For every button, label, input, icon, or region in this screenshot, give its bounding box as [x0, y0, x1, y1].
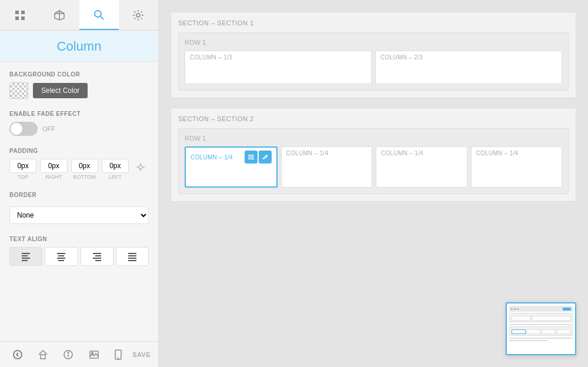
section2-col-2[interactable]: COLUMN – 1/4 [281, 146, 373, 188]
svg-point-10 [139, 165, 142, 169]
mini-dot-1 [511, 308, 513, 310]
text-align-label: TEXT ALIGN [9, 236, 149, 242]
mobile-button[interactable] [109, 347, 127, 362]
col-edit-button[interactable] [259, 151, 272, 164]
toggle-off-label: OFF [42, 125, 55, 132]
text-align-section: TEXT ALIGN [9, 236, 149, 266]
mini-save-btn [563, 308, 571, 311]
nav-search-button[interactable] [79, 0, 119, 30]
mini-col-1 [512, 316, 531, 321]
sidebar: Column BACKGROUND COLOR Select Color ENA… [0, 0, 159, 367]
section-1-row-1-header: ROW 1 [185, 39, 562, 46]
section2-col-4[interactable]: COLUMN – 1/4 [471, 146, 563, 188]
toggle-knob [11, 123, 22, 135]
section2-col-2-label: COLUMN – 1/4 [282, 147, 372, 159]
mini-preview [506, 302, 576, 355]
svg-rect-17 [57, 258, 65, 259]
bg-color-row: Select Color [9, 82, 149, 99]
align-justify-button[interactable] [116, 247, 149, 266]
padding-bottom-label: BOTTOM [73, 174, 95, 180]
section1-col-1-body [185, 64, 371, 84]
border-select[interactable]: None Solid Dashed Dotted [9, 206, 149, 224]
top-nav [0, 0, 158, 31]
main-content: SECTION – SECTION 1 ROW 1 COLUMN – 1/3 C… [159, 0, 588, 367]
nav-gear-button[interactable] [119, 0, 158, 30]
svg-rect-0 [15, 11, 19, 14]
padding-right-label: RIGHT [45, 174, 62, 180]
padding-left-input[interactable] [102, 159, 129, 173]
section2-col-3-label: COLUMN – 1/4 [376, 147, 467, 159]
padding-top-label: TOP [18, 174, 28, 180]
svg-point-7 [95, 11, 101, 17]
svg-rect-21 [93, 258, 101, 259]
svg-rect-23 [128, 253, 136, 254]
svg-rect-18 [58, 260, 64, 261]
padding-bottom-input[interactable] [71, 159, 98, 173]
section2-col-3-body [376, 159, 467, 179]
align-right-button[interactable] [81, 247, 113, 266]
svg-rect-12 [22, 255, 28, 256]
mini-section-1 [509, 313, 573, 322]
section1-col-2-label: COLUMN – 2/3 [376, 51, 562, 64]
svg-point-33 [91, 352, 92, 353]
save-button[interactable]: SAVE [132, 351, 151, 358]
svg-rect-16 [58, 255, 64, 256]
svg-point-9 [136, 14, 140, 17]
home-button[interactable] [33, 347, 53, 362]
svg-rect-2 [15, 16, 19, 20]
svg-rect-25 [128, 258, 136, 259]
section-2-row-1: ROW 1 COLUMN – 1/4 [178, 128, 569, 194]
padding-right-input[interactable] [40, 159, 67, 173]
padding-label: PADDING [9, 148, 149, 154]
section1-col-1-label: COLUMN – 1/3 [185, 51, 371, 64]
svg-rect-22 [95, 260, 101, 261]
section2-col-1[interactable]: COLUMN – 1/4 [185, 146, 278, 188]
svg-line-8 [101, 16, 103, 19]
select-color-button[interactable]: Select Color [33, 83, 88, 98]
back-button[interactable] [8, 347, 28, 362]
svg-rect-28 [41, 355, 45, 359]
padding-top-field: TOP [9, 159, 36, 180]
mini-header-bar [509, 306, 573, 312]
nav-grid-button[interactable] [0, 0, 39, 30]
mini-dot-3 [517, 308, 519, 310]
mini-col-5 [542, 329, 556, 334]
nav-cube-button[interactable] [39, 0, 79, 30]
mini-dot-2 [514, 308, 516, 310]
section2-col-4-body [472, 159, 562, 179]
mini-row-2 [512, 329, 570, 334]
mini-line-2 [509, 338, 573, 339]
color-swatch [9, 82, 28, 99]
section2-col-2-body [282, 159, 372, 179]
enable-fade-label: ENABLE FADE EFFECT [9, 111, 149, 117]
svg-rect-38 [248, 159, 254, 160]
mini-line-3 [509, 340, 547, 341]
section-1-header: SECTION – SECTION 1 [178, 19, 569, 26]
padding-right-field: RIGHT [40, 159, 67, 180]
info-button[interactable] [58, 347, 78, 362]
svg-rect-36 [248, 155, 254, 156]
section2-col-1-body [186, 166, 276, 186]
padding-link-icon[interactable] [132, 159, 149, 175]
padding-top-input[interactable] [9, 159, 36, 173]
padding-bottom-field: BOTTOM [71, 159, 98, 180]
mini-col-2 [532, 316, 570, 321]
svg-rect-37 [248, 156, 254, 158]
section2-col-3[interactable]: COLUMN – 1/4 [376, 146, 467, 188]
image-button[interactable] [84, 347, 104, 362]
section-1-columns: COLUMN – 1/3 COLUMN – 2/3 [185, 51, 562, 84]
svg-rect-19 [93, 253, 101, 254]
align-left-button[interactable] [9, 247, 42, 266]
section-1-row-1: ROW 1 COLUMN – 1/3 COLUMN – 2/3 [178, 32, 569, 91]
align-center-button[interactable] [45, 247, 78, 266]
fade-toggle[interactable] [9, 122, 38, 136]
section1-col-1[interactable]: COLUMN – 1/3 [185, 51, 372, 84]
fade-toggle-row: OFF [9, 122, 149, 136]
col-action-buttons [245, 151, 272, 164]
section-2-block: SECTION – SECTION 2 ROW 1 COLUMN – 1/4 [171, 108, 576, 202]
svg-rect-15 [57, 253, 65, 254]
col-list-button[interactable] [245, 151, 258, 164]
sidebar-content: BACKGROUND COLOR Select Color ENABLE FAD… [0, 62, 158, 341]
section1-col-2[interactable]: COLUMN – 2/3 [375, 51, 562, 84]
border-section: BORDER None Solid Dashed Dotted [9, 192, 149, 224]
